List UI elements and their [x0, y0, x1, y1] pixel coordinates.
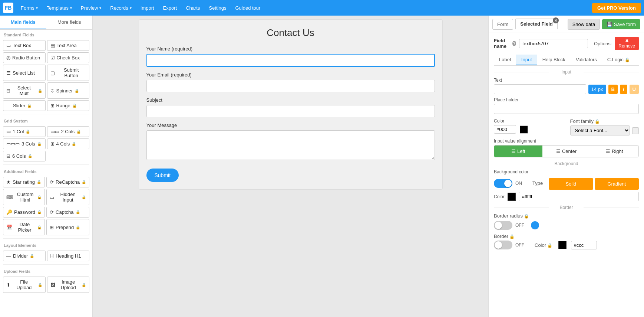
field-prepend[interactable]: ⊞ Prepend 🔒 [46, 219, 89, 235]
input-message[interactable] [146, 130, 435, 160]
field-file-upload[interactable]: ⬆ File Upload 🔒 [3, 277, 46, 293]
font-check[interactable] [632, 127, 639, 134]
gradient-button[interactable]: Gradient [595, 178, 639, 190]
text-input[interactable] [494, 84, 586, 94]
field-label-subject: Subject [146, 97, 435, 103]
form-submit-button[interactable]: Submit [146, 169, 179, 182]
left-panel: Main fields More fields Standard Fields … [0, 16, 93, 317]
field-label-name: Your Name (required) [146, 46, 435, 52]
field-name-input[interactable] [519, 39, 588, 48]
align-center-button[interactable]: ☰ Center [542, 146, 591, 157]
nav-templates[interactable]: Templates ▾ [43, 3, 76, 13]
field-hidden-input[interactable]: ▭ Hidden Input 🔒 [46, 189, 89, 205]
field-heading[interactable]: H Heading H1 [47, 251, 90, 261]
tab-form[interactable]: Form [492, 19, 513, 30]
font-family-section: Font family 🔒 Select a Font... [570, 115, 639, 135]
border-radius-toggle-row: OFF [494, 221, 639, 230]
field-1col[interactable]: ▭ 1 Col 🔒 [3, 126, 46, 137]
field-select-mult[interactable]: ⊟ Select Mult 🔒 [3, 82, 46, 99]
options-label: Options: [594, 41, 612, 46]
italic-button[interactable]: I [620, 85, 627, 94]
field-custom-html[interactable]: ⌨ Custom Html 🔒 [3, 189, 45, 205]
nav-guided-tour[interactable]: Guided tour [231, 3, 264, 13]
right-header: Form Selected Field ✕ Show data 💾 Save f… [489, 16, 644, 33]
border-color-swatch[interactable] [558, 241, 567, 249]
field-slider[interactable]: — Slider 🔒 [3, 100, 46, 111]
border-radius-indicator [531, 221, 539, 229]
opt-tab-label[interactable]: Label [494, 55, 516, 65]
field-password[interactable]: 🔑 Password 🔒 [3, 207, 45, 218]
show-data-button[interactable]: Show data [568, 19, 600, 30]
field-spinner[interactable]: ⇕ Spinner 🔒 [47, 82, 90, 99]
underline-button[interactable]: U [630, 85, 639, 94]
field-image-upload[interactable]: 🖼 Image Upload 🔒 [47, 277, 90, 293]
field-range[interactable]: ⊞ Range 🔒 [47, 100, 90, 111]
field-text-box[interactable]: ▭ Text Box [3, 40, 46, 51]
alignment-row: ☰ Left ☰ Center ☰ Right [494, 145, 639, 157]
field-2cols[interactable]: ▭▭ 2 Cols 🔒 [47, 126, 90, 137]
field-select-list[interactable]: ☰ Select List [3, 65, 46, 81]
field-date-picker[interactable]: 📅 Date Picker 🔒 [3, 219, 45, 235]
font-family-select[interactable]: Select a Font... [570, 125, 630, 135]
save-form-button[interactable]: 💾 Save form [602, 19, 640, 29]
solid-button[interactable]: Solid [549, 178, 593, 190]
input-email[interactable] [146, 80, 435, 92]
field-radio-button[interactable]: ◎ Radio Button [3, 52, 46, 63]
field-name-row: Field name ? Options: ✖ Remove [494, 37, 639, 50]
bg-color-input[interactable] [519, 192, 639, 201]
opt-tab-input[interactable]: Input [516, 55, 537, 65]
field-4cols[interactable]: ⊞ 4 Cols 🔒 [47, 138, 90, 149]
nav-records[interactable]: Records ▾ [106, 3, 135, 13]
align-right-button[interactable]: ☰ Right [590, 146, 638, 157]
color-section: Color [494, 115, 563, 135]
get-pro-button[interactable]: Get PRO Version [592, 3, 641, 13]
input-subject[interactable] [146, 105, 435, 117]
form-field-email: Your Email (required) [146, 72, 435, 92]
align-left-button[interactable]: ☰ Left [494, 146, 542, 157]
text-prop-label: Text [494, 78, 639, 83]
nav-import[interactable]: Import [137, 3, 158, 13]
field-6cols[interactable]: ⊟ 6 Cols 🔒 [3, 151, 46, 161]
opt-tab-help-block[interactable]: Help Block [537, 55, 571, 65]
tab-more-fields[interactable]: More fields [46, 16, 93, 29]
tab-main-fields[interactable]: Main fields [0, 16, 46, 29]
grid-system-grid: ▭ 1 Col 🔒 ▭▭ 2 Cols 🔒 ▭▭▭ 3 Cols 🔒 ⊞ 4 C… [0, 125, 92, 163]
color-font-row: Color Font family 🔒 Select a Font... [494, 115, 639, 135]
color-swatch[interactable] [520, 125, 528, 134]
field-divider[interactable]: — Divider 🔒 [3, 251, 46, 261]
field-submit-button[interactable]: ▢ Submit Button [47, 65, 90, 81]
remove-button[interactable]: ✖ Remove [615, 37, 639, 50]
bg-color-toggle[interactable] [494, 179, 512, 188]
placeholder-input[interactable] [494, 104, 639, 114]
field-star-rating[interactable]: ★ Star rating 🔒 [3, 177, 45, 187]
options-tabs: Label Input Help Block Validators C.Logi… [494, 55, 639, 66]
close-selected-field[interactable]: ✕ [553, 17, 559, 23]
nav-settings[interactable]: Settings [205, 3, 230, 13]
field-text-area[interactable]: ▤ Text Area [47, 40, 90, 51]
border-toggle[interactable] [494, 241, 512, 249]
border-radius-toggle[interactable] [494, 221, 512, 230]
nav-forms[interactable]: Forms ▾ [17, 3, 42, 13]
app-logo: FB [3, 3, 13, 13]
field-captcha[interactable]: ⟳ Captcha 🔒 [46, 207, 89, 218]
bold-button[interactable]: B [608, 85, 618, 94]
color-hex-input[interactable] [494, 125, 516, 134]
right-panel: Form Selected Field ✕ Show data 💾 Save f… [488, 16, 644, 317]
field-3cols[interactable]: ▭▭▭ 3 Cols 🔒 [3, 138, 46, 149]
form-field-subject: Subject [146, 97, 435, 117]
input-name[interactable] [146, 54, 435, 67]
field-check-box[interactable]: ☑ Check Box [47, 52, 90, 63]
tab-selected-field[interactable]: Selected Field ✕ [515, 19, 557, 30]
nav-preview[interactable]: Preview ▾ [77, 3, 105, 13]
opt-tab-clogic[interactable]: C.Logic 🔒 [602, 55, 635, 65]
opt-tab-validators[interactable]: Validators [571, 55, 602, 65]
bg-color-swatch[interactable] [508, 193, 516, 201]
nav-charts[interactable]: Charts [182, 3, 204, 13]
border-color-input[interactable] [571, 241, 597, 249]
form-title: Contact Us [146, 27, 435, 39]
font-size-select[interactable]: 14 px [588, 85, 606, 94]
nav-export[interactable]: Export [159, 3, 181, 13]
border-color-label: Color 🔒 [535, 242, 552, 248]
upload-fields-label: Upload Fields [0, 266, 92, 275]
field-recaptcha[interactable]: ⟳ ReCaptcha 🔒 [46, 177, 89, 187]
